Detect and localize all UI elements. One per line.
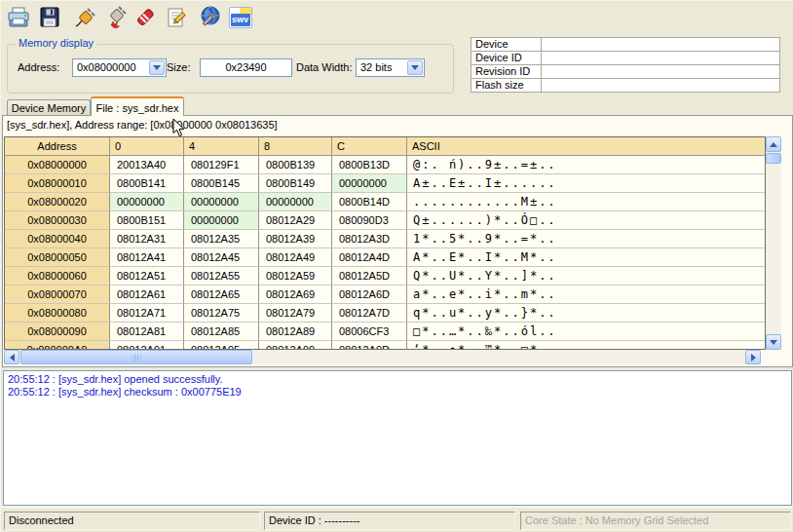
device-info-grid: DeviceDevice IDRevision IDFlash size [471, 37, 780, 93]
hex-value-cell[interactable]: 0800B14D [332, 193, 407, 211]
settings-button[interactable] [196, 4, 222, 30]
hex-value-cell[interactable]: 080090D3 [332, 211, 407, 230]
ascii-cell[interactable]: ............M±.. [407, 193, 765, 211]
hex-value-cell[interactable]: 08012A65 [184, 285, 259, 304]
connect-button[interactable] [71, 4, 97, 30]
ascii-cell[interactable]: a*..e*..i*..m*.. [407, 285, 765, 304]
hex-value-cell[interactable]: 08012A59 [259, 267, 332, 285]
hex-value-cell[interactable]: 08012A75 [184, 304, 259, 323]
hex-value-cell[interactable]: 08012A3D [332, 230, 407, 248]
save-button[interactable] [36, 4, 62, 30]
hex-value-cell[interactable]: 00000000 [259, 193, 332, 211]
swv-button[interactable]: swv [227, 4, 253, 30]
hex-value-cell[interactable]: 08006CF3 [332, 323, 407, 341]
hex-value-cell[interactable]: 08012A4D [332, 248, 407, 267]
size-input[interactable]: 0x23490 [200, 58, 292, 77]
ascii-cell[interactable]: 1*..5*..9*..=*.. [407, 230, 765, 248]
hex-value-cell[interactable]: 0800B141 [110, 174, 184, 193]
hex-value-cell[interactable]: 00000000 [184, 211, 259, 230]
scroll-up-button[interactable] [766, 136, 781, 152]
erase-button[interactable] [132, 4, 158, 30]
address-cell[interactable]: 0x08000020 [5, 193, 110, 211]
address-cell[interactable]: 0x08000090 [5, 323, 110, 341]
address-cell[interactable]: 0x080000A0 [5, 341, 110, 350]
address-cell[interactable]: 0x08000070 [5, 285, 110, 304]
log-console[interactable]: 20:55:12 : [sys_sdr.hex] opened successf… [3, 370, 792, 506]
hex-value-cell[interactable]: 0800B145 [184, 174, 259, 193]
hex-value-cell[interactable]: 08012A89 [259, 323, 332, 341]
hex-value-cell[interactable]: 08012A71 [110, 304, 184, 323]
memory-grid[interactable]: Address048CASCII 0x0800000020013A4008012… [4, 136, 766, 350]
hex-value-cell[interactable]: 08012A49 [259, 248, 332, 267]
vertical-scrollbar-thumb[interactable] [766, 153, 781, 164]
address-value: 0x08000000 [77, 61, 136, 73]
scroll-right-button[interactable] [745, 350, 761, 364]
hex-value-cell[interactable]: 0800B149 [259, 174, 332, 193]
vertical-scrollbar[interactable] [766, 136, 781, 350]
address-label: Address: [18, 61, 59, 73]
disconnect-button[interactable] [102, 4, 129, 30]
hex-value-cell[interactable]: 080129F1 [184, 156, 259, 174]
column-header: C [332, 137, 407, 156]
hex-value-cell[interactable]: 08012A81 [110, 323, 184, 341]
hex-value-cell[interactable]: 0800B139 [259, 156, 332, 174]
address-cell[interactable]: 0x08000050 [5, 248, 110, 267]
hex-value-cell[interactable]: 0800B151 [110, 211, 184, 230]
hex-value-cell[interactable]: 00000000 [332, 174, 407, 193]
address-cell[interactable]: 0x08000000 [5, 156, 110, 174]
hex-value-cell[interactable]: 08012A85 [184, 323, 259, 341]
data-width-combo-arrow[interactable] [407, 60, 423, 75]
arrow-up-icon [770, 142, 777, 147]
hex-value-cell[interactable]: 08012A9D [332, 341, 407, 350]
hex-value-cell[interactable]: 08012A39 [259, 230, 332, 248]
hex-value-cell[interactable]: 08012A45 [184, 248, 259, 267]
table-row: 0x0800006008012A5108012A5508012A5908012A… [5, 267, 765, 285]
address-cell[interactable]: 0x08000060 [5, 267, 110, 285]
hex-value-cell[interactable]: 08012A7D [332, 304, 407, 323]
hex-value-cell[interactable]: 08012A61 [110, 285, 184, 304]
ascii-cell[interactable]: A±..E±..I±...... [407, 174, 765, 193]
hex-value-cell[interactable]: 08012A69 [259, 285, 332, 304]
scroll-down-button[interactable] [766, 334, 781, 350]
address-cell[interactable]: 0x08000080 [5, 304, 110, 323]
hex-value-cell[interactable]: 08012A29 [259, 211, 332, 230]
ascii-cell[interactable]: Q±......)*..Ó□.. [407, 211, 765, 230]
tab-file-sys-sdr-hex[interactable]: File : sys_sdr.hex [91, 96, 184, 116]
ascii-cell[interactable]: @:. ń)..9±..=±.. [407, 156, 765, 174]
print-icon [6, 5, 31, 30]
ascii-cell[interactable]: q*..u*..y*..}*.. [407, 304, 765, 323]
hex-value-cell[interactable]: 08012A95 [184, 341, 259, 350]
horizontal-scrollbar[interactable] [4, 350, 761, 364]
data-width-combobox[interactable]: 32 bits [356, 58, 425, 77]
hex-value-cell[interactable]: 08012A41 [110, 248, 184, 267]
hex-value-cell[interactable]: 08012A31 [110, 230, 184, 248]
hex-value-cell[interactable]: 0800B13D [332, 156, 407, 174]
hex-value-cell[interactable]: 08012A55 [184, 267, 259, 285]
hex-value-cell[interactable]: 08012A51 [110, 267, 184, 285]
hex-value-cell[interactable]: 00000000 [110, 193, 184, 211]
hex-value-cell[interactable]: 08012A5D [332, 267, 407, 285]
address-cell[interactable]: 0x08000040 [5, 230, 110, 248]
hex-value-cell[interactable]: 08012A79 [259, 304, 332, 323]
hex-value-cell[interactable]: 08012A6D [332, 285, 407, 304]
hex-value-cell[interactable]: 00000000 [184, 193, 259, 211]
ascii-cell[interactable]: □*..…*..‰*..ól.. [407, 323, 765, 341]
address-combobox[interactable]: 0x08000000 [72, 58, 167, 77]
disconnect-icon [103, 5, 129, 30]
address-cell[interactable]: 0x08000010 [5, 174, 110, 193]
table-row: 0x0800007008012A6108012A6508012A6908012A… [5, 285, 765, 304]
hex-value-cell[interactable]: 08012A99 [259, 341, 332, 350]
address-combo-arrow[interactable] [149, 60, 165, 75]
address-cell[interactable]: 0x08000030 [5, 211, 110, 230]
hex-value-cell[interactable]: 20013A40 [110, 156, 184, 174]
hex-value-cell[interactable]: 08012A35 [184, 230, 259, 248]
scroll-left-button[interactable] [4, 350, 19, 364]
ascii-cell[interactable]: A*..E*..I*..M*.. [407, 248, 765, 267]
ascii-cell[interactable]: ‘*..•*..™*..□*.. [407, 341, 765, 350]
ascii-cell[interactable]: Q*..U*..Y*..]*.. [407, 267, 765, 285]
verify-button[interactable] [163, 4, 189, 30]
hex-value-cell[interactable]: 08012A91 [110, 341, 184, 350]
print-button[interactable] [5, 4, 31, 30]
tab-device-memory[interactable]: Device Memory [7, 99, 91, 116]
horizontal-scrollbar-thumb[interactable] [20, 350, 252, 364]
